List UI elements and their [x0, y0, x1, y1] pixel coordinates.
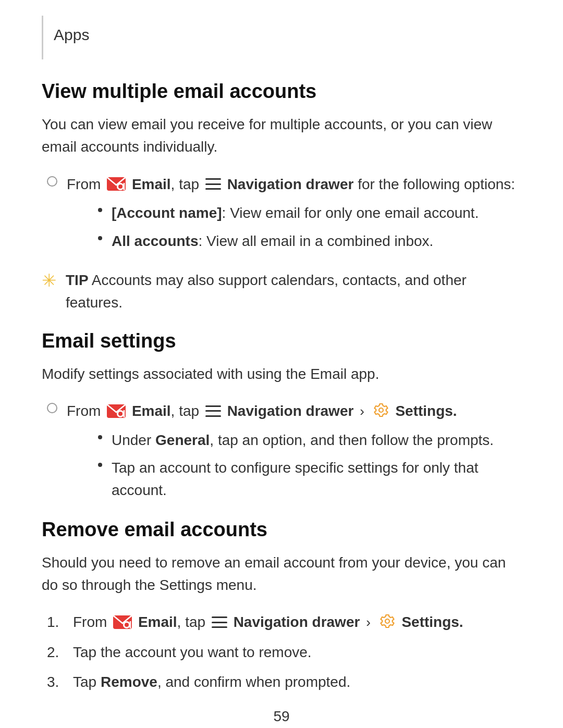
instruction-item-2: From Email, tap Navigation drawer ›: [47, 400, 521, 508]
section-email-settings: Email settings Modify settings associate…: [42, 330, 521, 508]
tip-content: TIP Accounts may also support calendars,…: [66, 269, 521, 314]
svg-point-8: [379, 408, 383, 412]
nav-drawer-label: Navigation drawer: [227, 403, 354, 419]
svg-point-6: [118, 412, 123, 416]
sub-list-item-1: [Account name]: View email for only one …: [98, 202, 515, 224]
gear-icon: [379, 614, 396, 631]
section-title-email-settings: Email settings: [42, 330, 521, 352]
tip-icon: ✳: [42, 270, 56, 291]
sub-bullet: [98, 236, 102, 240]
instruction-content-1: From Email, tap Navigation drawer for th…: [67, 173, 515, 258]
nav-drawer-label: Navigation drawer: [234, 614, 360, 630]
sub-list-1: [Account name]: View email for only one …: [98, 202, 515, 252]
step-content-2: Tap the account you want to remove.: [73, 641, 312, 663]
email-icon: [113, 615, 132, 629]
section-body-remove-accounts: Should you need to remove an email accou…: [42, 551, 521, 597]
nav-drawer-icon: [205, 178, 221, 190]
email-label: Email: [132, 403, 171, 419]
section-body-view-multiple: You can view email you receive for multi…: [42, 113, 521, 158]
settings-label: Settings.: [395, 403, 457, 419]
gear-icon: [373, 403, 389, 419]
email-icon: [107, 177, 126, 191]
section-view-multiple: View multiple email accounts You can vie…: [42, 80, 521, 314]
step-number-2: 2.: [47, 641, 73, 663]
chevron-icon: ›: [366, 614, 371, 630]
breadcrumb: Apps: [42, 16, 521, 59]
sub-list-item-3: Under General, tap an option, and then f…: [98, 429, 521, 451]
settings-label: Settings.: [401, 614, 463, 630]
sub-item-text: All accounts: View all email in a combin…: [112, 230, 433, 252]
numbered-list: 1. From Email, tap: [47, 611, 521, 693]
nav-drawer-icon: [212, 616, 227, 628]
circle-bullet: [47, 403, 57, 413]
svg-point-2: [118, 184, 123, 189]
email-label: Email: [138, 614, 177, 630]
sub-item-text: Tap an account to configure specific set…: [112, 456, 521, 502]
instruction-content-2: From Email, tap Navigation drawer ›: [67, 400, 521, 508]
numbered-item-1: 1. From Email, tap: [47, 611, 521, 633]
instruction-item-1: From Email, tap Navigation drawer for th…: [47, 173, 521, 258]
nav-drawer-label: Navigation drawer: [227, 176, 354, 192]
svg-point-11: [125, 623, 129, 627]
step-content-1: From Email, tap Navigation drawe: [73, 611, 463, 633]
nav-drawer-icon: [205, 405, 221, 417]
sub-bullet: [98, 463, 102, 467]
sub-item-text: Under General, tap an option, and then f…: [112, 429, 494, 451]
step-number-3: 3.: [47, 671, 73, 693]
step-number-1: 1.: [47, 611, 73, 633]
chevron-icon: ›: [360, 403, 364, 419]
step-content-3: Tap Remove, and confirm when prompted.: [73, 671, 350, 693]
svg-point-13: [385, 619, 389, 623]
sub-list-item-4: Tap an account to configure specific set…: [98, 456, 521, 502]
section-body-email-settings: Modify settings associated with using th…: [42, 363, 521, 385]
breadcrumb-text: Apps: [54, 26, 89, 44]
sub-bullet: [98, 435, 102, 439]
section-remove-accounts: Remove email accounts Should you need to…: [42, 519, 521, 694]
sub-bullet: [98, 208, 102, 212]
numbered-item-3: 3. Tap Remove, and confirm when prompted…: [47, 671, 521, 693]
section-title-remove-accounts: Remove email accounts: [42, 519, 521, 541]
sub-list-2: Under General, tap an option, and then f…: [98, 429, 521, 502]
email-label: Email: [132, 176, 171, 192]
section-title-view-multiple: View multiple email accounts: [42, 80, 521, 103]
sub-item-text: [Account name]: View email for only one …: [112, 202, 479, 224]
page-number: 59: [273, 708, 289, 725]
tip-box: ✳ TIP Accounts may also support calendar…: [42, 269, 521, 314]
email-icon: [107, 404, 126, 418]
sub-list-item-2: All accounts: View all email in a combin…: [98, 230, 515, 252]
circle-bullet: [47, 176, 57, 187]
numbered-item-2: 2. Tap the account you want to remove.: [47, 641, 521, 663]
